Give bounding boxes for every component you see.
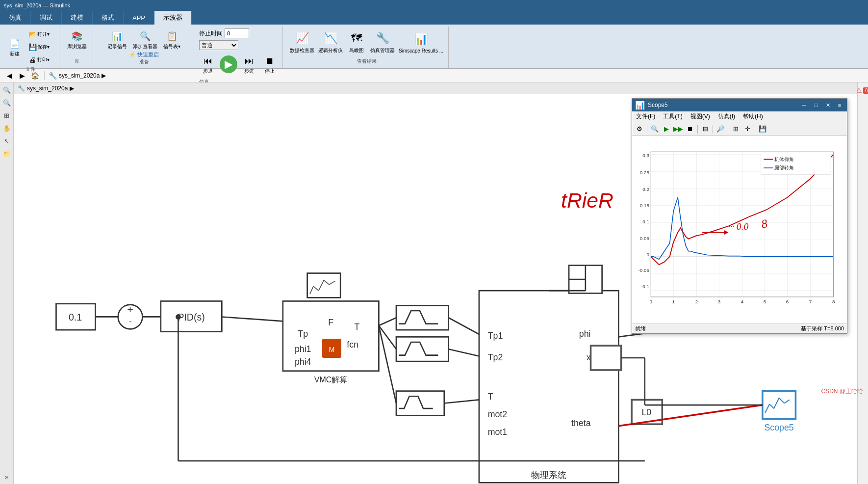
svg-rect-40 — [591, 346, 621, 370]
svg-rect-27 — [479, 291, 619, 483]
svg-text:-: - — [129, 317, 131, 325]
svg-text:4: 4 — [741, 299, 744, 304]
scope-menu-sim[interactable]: 仿真(I) — [716, 112, 737, 121]
canvas-model-name: sys_sim_2020a — [27, 85, 68, 92]
scope-menu-tools[interactable]: 工具(T) — [661, 112, 684, 121]
run-buttons: ⏮ 步退 ▶ ⏭ 步进 ⏹ 停止 — [199, 52, 279, 77]
svg-point-81 — [176, 314, 181, 320]
forward-button[interactable]: ▶ — [17, 70, 27, 81]
scope-menu-extra-button[interactable]: ≡ — [835, 101, 844, 109]
stop-button[interactable]: ⏹ 停止 — [261, 53, 279, 76]
tab-model[interactable]: 建模 — [62, 11, 93, 25]
signal-table-button[interactable]: 📋 信号表▾ — [161, 28, 182, 51]
ribbon-group-file: 📄 新建 📂 打开▾ 💾 保存▾ 🖨 打印▾ 文件 — [2, 27, 59, 68]
breadcrumb-arrow: ▶ — [102, 72, 106, 79]
scope-minimize-button[interactable]: ─ — [800, 101, 809, 109]
ribbon-tabs: 仿真 调试 建模 格式 APP 示波器 — [0, 11, 868, 25]
add-viewer-icon: 🔍 — [138, 29, 152, 43]
canvas-area: 🔧 sys_sim_2020a ▶ 0.1 + - PID(s) — [14, 82, 857, 484]
tab-debug[interactable]: 调试 — [31, 11, 62, 25]
svg-rect-8 — [307, 273, 341, 298]
scope-tb-fit-button[interactable]: ⊞ — [730, 124, 741, 134]
quick-restart-button[interactable]: ⚡ 快速重启 — [129, 51, 159, 58]
tab-scope[interactable]: 示波器 — [154, 11, 192, 25]
svg-text:Tp1: Tp1 — [488, 331, 503, 341]
toolbar-sep1 — [44, 71, 45, 80]
scope-menu-file[interactable]: 文件(F) — [634, 112, 657, 121]
svg-text:PID(s): PID(s) — [178, 312, 204, 323]
scope-tb-auto-button[interactable]: ⊟ — [700, 124, 711, 134]
scope-tb-settings-button[interactable]: ⚙ — [634, 124, 645, 134]
left-sidebar: 🔍 🔍 ⊞ ✋ ↖ 📁 » — [0, 82, 14, 484]
library-browser-button[interactable]: 📚 库浏览器 — [65, 28, 89, 51]
new-button[interactable]: 📄 新建 — [6, 36, 24, 58]
svg-rect-41 — [763, 391, 796, 419]
logic-analyzer-button[interactable]: 📉 逻辑分析仪 — [317, 28, 344, 55]
sim-mode-select[interactable]: 普通 加速 — [199, 40, 238, 50]
svg-text:3: 3 — [718, 299, 721, 304]
canvas-arrow: ▶ — [70, 85, 74, 92]
svg-text:腿部转角: 腿部转角 — [774, 165, 794, 170]
results-row: 📈 数据检查器 📉 逻辑分析仪 🗺 鸟瞰图 🔧 仿真管理器 📊 Simscape… — [289, 28, 444, 55]
scope-tb-save-button[interactable]: 💾 — [757, 124, 768, 134]
stop-time-row: 停止时间 — [199, 28, 279, 38]
svg-text:6: 6 — [786, 299, 789, 304]
simulink-canvas[interactable]: 0.1 + - PID(s) F Tp phi1 — [14, 94, 857, 484]
svg-text:Tp2: Tp2 — [488, 352, 503, 362]
logic-analyzer-icon: 📉 — [322, 29, 339, 47]
scope-tb-zoomin-button[interactable]: 🔍 — [649, 124, 660, 134]
save-button[interactable]: 💾 保存▾ — [26, 41, 55, 53]
svg-text:phi1: phi1 — [295, 344, 311, 354]
ribbon-content: 📄 新建 📂 打开▾ 💾 保存▾ 🖨 打印▾ 文件 — [0, 25, 868, 69]
print-button[interactable]: 🖨 打印▾ — [26, 54, 55, 66]
tab-format[interactable]: 格式 — [93, 11, 124, 25]
step-fwd-button[interactable]: ⏭ 步进 — [240, 53, 258, 76]
scope-plot-area: 0.3 0.25 0.2 0.15 0.1 0.05 0 -0.05 -0.1 — [632, 136, 847, 323]
title-bar: sys_sim_2020a — Simulink — [0, 0, 868, 11]
svg-rect-26 — [396, 391, 444, 416]
scope-tb-cursor-button[interactable]: ✛ — [742, 124, 753, 134]
pan-button[interactable]: ✋ — [1, 123, 12, 134]
back-button[interactable]: ◀ — [4, 70, 15, 81]
run-button[interactable]: ▶ — [220, 55, 237, 73]
record-signal-button[interactable]: 📊 记录信号 — [105, 28, 129, 51]
open-button[interactable]: 📂 打开▾ — [26, 28, 55, 40]
tab-simulation[interactable]: 仿真 — [0, 11, 31, 25]
explorer-button[interactable]: 📁 — [1, 148, 12, 159]
data-inspector-icon: 📈 — [293, 29, 311, 47]
new-icon: 📄 — [8, 37, 22, 51]
library-label: 库 — [75, 58, 79, 66]
svg-text:5: 5 — [764, 299, 766, 304]
scope-tb-zoom-button[interactable]: 🔎 — [715, 124, 726, 134]
scope-tb-run-button[interactable]: ▶ — [661, 124, 672, 134]
scope-tb-stop-button[interactable]: ⏹ — [685, 124, 695, 134]
svg-text:mot1: mot1 — [488, 427, 508, 437]
svg-text:物理系统: 物理系统 — [531, 470, 566, 480]
simscape-results-button[interactable]: 📊 Simscape Results ... — [398, 29, 444, 54]
zoom-in-button[interactable]: 🔍 — [1, 84, 12, 95]
svg-text:theta: theta — [571, 418, 591, 428]
data-inspector-button[interactable]: 📈 数据检查器 — [289, 28, 315, 55]
home-button[interactable]: 🏠 — [29, 70, 40, 81]
select-button[interactable]: ↖ — [1, 135, 12, 146]
mode-row: 普通 加速 — [199, 40, 279, 50]
expand-button[interactable]: » — [1, 471, 12, 482]
ribbon-group-prepare: 📊 记录信号 🔍 添加查看器 📋 信号表▾ ⚡ 快速重启 准备 — [95, 27, 193, 68]
stop-time-label: 停止时间 — [199, 29, 223, 38]
step-back-button[interactable]: ⏮ 步退 — [199, 53, 217, 76]
add-viewer-button[interactable]: 🔍 添加查看器 — [131, 28, 159, 51]
birds-eye-button[interactable]: 🗺 鸟瞰图 — [346, 28, 367, 55]
scope-maximize-button[interactable]: □ — [812, 101, 820, 109]
stop-time-input[interactable] — [225, 28, 249, 38]
scope-menu-view[interactable]: 视图(V) — [689, 112, 712, 121]
fit-button[interactable]: ⊞ — [1, 110, 12, 121]
svg-text:1: 1 — [672, 299, 675, 304]
results-label: 查看结果 — [357, 58, 377, 66]
scope-menu-help[interactable]: 帮助(H) — [741, 112, 765, 121]
zoom-out-button[interactable]: 🔍 — [1, 97, 12, 108]
tab-app[interactable]: APP — [124, 11, 154, 25]
sim-manager-button[interactable]: 🔧 仿真管理器 — [369, 28, 396, 55]
scope-close-button[interactable]: ✕ — [823, 101, 832, 109]
scope-tb-run2-button[interactable]: ▶▶ — [673, 124, 684, 134]
scope-title: Scope5 — [648, 102, 797, 108]
